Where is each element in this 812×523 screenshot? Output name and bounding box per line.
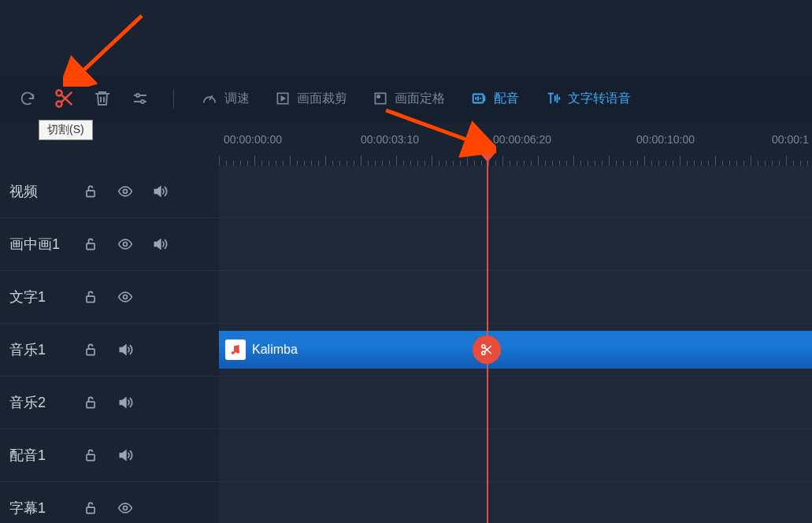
ruler-time: 00:00:1 [772, 133, 809, 146]
toolbar: 切割(S) 调速 画面裁剪 画面定格 配音 文字转语音 [0, 75, 812, 122]
freeze-button[interactable]: 画面定格 [373, 91, 445, 107]
svg-rect-38 [87, 507, 95, 514]
split-marker[interactable] [473, 336, 501, 364]
tts-button[interactable]: 文字转语音 [544, 90, 631, 107]
ruler-time: 00:00:03:10 [361, 133, 419, 146]
lock-icon[interactable] [80, 234, 101, 254]
lock-icon[interactable] [80, 445, 101, 466]
svg-rect-24 [87, 191, 95, 197]
speaker-icon[interactable] [115, 445, 135, 466]
track-name-label: 配音1 [9, 446, 66, 465]
track-header: 画中画1 [0, 218, 219, 271]
svg-point-40 [232, 351, 235, 354]
track-header: 字幕1 [0, 482, 219, 523]
svg-rect-17 [375, 93, 385, 103]
svg-rect-32 [87, 349, 95, 355]
voiceover-label: 配音 [494, 91, 519, 107]
speaker-icon[interactable] [150, 181, 170, 202]
track-lane[interactable] [219, 482, 812, 523]
svg-point-28 [124, 243, 128, 247]
svg-marker-33 [120, 345, 126, 354]
lock-icon[interactable] [80, 498, 101, 518]
speed-button[interactable]: 调速 [201, 90, 250, 107]
lock-icon[interactable] [80, 339, 101, 360]
svg-rect-27 [87, 243, 95, 250]
svg-line-1 [79, 16, 142, 75]
svg-marker-26 [154, 187, 161, 196]
ruler-time: 00:00:06:20 [493, 133, 551, 146]
track-lane[interactable]: Kalimba [219, 324, 812, 376]
track-header: 音乐1 [0, 324, 219, 376]
svg-marker-37 [120, 451, 126, 460]
svg-point-11 [136, 94, 139, 97]
speaker-icon[interactable] [115, 339, 135, 360]
svg-marker-35 [120, 398, 126, 407]
svg-point-4 [57, 91, 62, 96]
ruler-spacer [0, 122, 219, 165]
freeze-label: 画面定格 [395, 91, 445, 107]
delete-button[interactable] [88, 84, 117, 113]
svg-point-18 [377, 95, 380, 98]
lock-icon[interactable] [80, 287, 101, 307]
track-lane[interactable] [219, 376, 812, 429]
speaker-icon[interactable] [115, 392, 135, 413]
track-header: 配音1 [0, 429, 219, 482]
ruler-time: 00:00:00:00 [224, 133, 282, 146]
track-labels-panel: 视频画中画1文字1音乐1音乐2配音1字幕1 [0, 122, 219, 523]
track-name-label: 画中画1 [9, 235, 66, 254]
svg-point-42 [482, 345, 485, 348]
svg-point-5 [57, 102, 62, 107]
eye-icon[interactable] [115, 498, 135, 518]
tracks-content[interactable]: 00:00:00:0000:00:03:1000:00:06:2000:00:1… [219, 122, 812, 523]
track-name-label: 视频 [9, 182, 66, 201]
svg-point-41 [236, 351, 239, 354]
svg-point-13 [141, 100, 144, 103]
svg-marker-16 [281, 97, 284, 101]
eye-icon[interactable] [115, 287, 135, 307]
track-header: 文字1 [0, 271, 219, 324]
svg-point-25 [124, 190, 128, 194]
tts-label: 文字转语音 [568, 91, 631, 107]
crop-button[interactable]: 画面裁剪 [275, 91, 347, 107]
crop-label: 画面裁剪 [297, 91, 347, 107]
playhead-marker-icon [480, 143, 495, 163]
lock-icon[interactable] [80, 392, 101, 413]
split-tooltip: 切割(S) [39, 120, 93, 140]
svg-rect-34 [87, 402, 95, 408]
redo-button[interactable] [13, 84, 41, 113]
audio-clip[interactable]: Kalimba [219, 331, 812, 369]
svg-point-31 [124, 295, 128, 299]
music-note-icon [225, 339, 246, 360]
svg-point-43 [482, 351, 485, 354]
track-header: 视频 [0, 165, 219, 218]
track-lane[interactable] [219, 429, 812, 482]
svg-rect-30 [87, 296, 95, 302]
eye-icon[interactable] [115, 181, 135, 202]
track-name-label: 字幕1 [9, 499, 66, 517]
speed-label: 调速 [224, 91, 250, 107]
clip-name-label: Kalimba [252, 343, 298, 357]
split-button[interactable]: 切割(S) [50, 84, 79, 113]
track-lane[interactable] [219, 218, 812, 271]
track-name-label: 文字1 [9, 287, 66, 306]
svg-marker-29 [154, 239, 161, 249]
lock-icon[interactable] [80, 181, 101, 202]
track-name-label: 音乐2 [9, 393, 66, 412]
track-lane[interactable] [219, 165, 812, 218]
ruler-time: 00:00:10:00 [636, 133, 695, 146]
timeline-ruler[interactable]: 00:00:00:0000:00:03:1000:00:06:2000:00:1… [219, 122, 812, 165]
svg-point-39 [124, 506, 128, 510]
track-header: 音乐2 [0, 376, 219, 429]
timeline-area: 视频画中画1文字1音乐1音乐2配音1字幕1 00:00:00:0000:00:0… [0, 122, 812, 523]
speaker-icon[interactable] [150, 234, 170, 254]
track-lane[interactable] [219, 271, 812, 324]
eye-icon[interactable] [115, 234, 135, 254]
voiceover-button[interactable]: 配音 [470, 90, 519, 107]
track-name-label: 音乐1 [9, 340, 66, 359]
svg-rect-36 [87, 454, 95, 461]
adjust-button[interactable] [126, 84, 154, 113]
toolbar-divider [173, 89, 174, 108]
